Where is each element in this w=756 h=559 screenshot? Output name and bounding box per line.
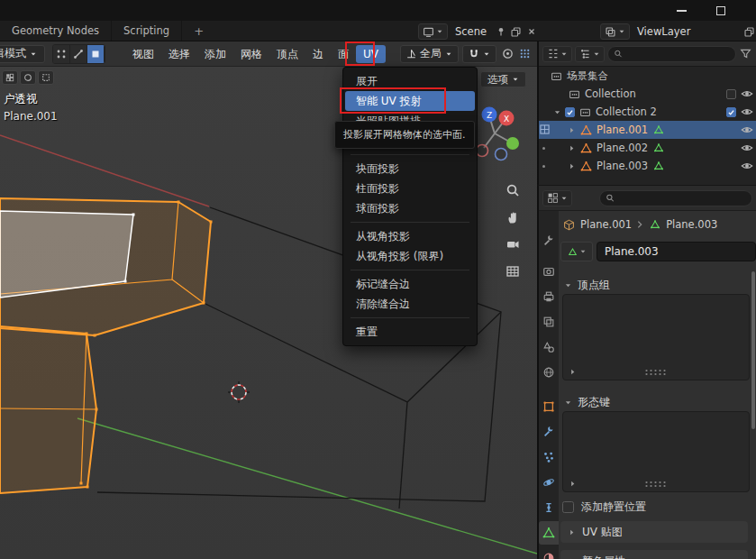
- outliner-display-mode-dropdown[interactable]: [575, 46, 605, 62]
- breadcrumb-object[interactable]: Plane.001: [580, 218, 632, 231]
- tab-render[interactable]: [539, 260, 559, 283]
- tab-particles[interactable]: [539, 445, 559, 469]
- add-workspace-button[interactable]: +: [182, 21, 215, 41]
- proportional-editing-button[interactable]: [502, 48, 514, 60]
- workspace-tab-geometry-nodes[interactable]: Geometry Nodes: [0, 21, 112, 41]
- menu-add[interactable]: 添加: [197, 45, 233, 63]
- resize-grip[interactable]: [644, 481, 668, 487]
- outliner-row-scene-collection[interactable]: 场景集合: [539, 67, 756, 85]
- vertex-select-mode-button[interactable]: [53, 45, 70, 63]
- transform-orientation-dropdown[interactable]: 全局: [400, 45, 459, 63]
- tab-object-data[interactable]: [539, 521, 559, 545]
- tab-modifiers[interactable]: [539, 420, 559, 444]
- filter-expand-icon[interactable]: [569, 480, 577, 488]
- window-minimize-button[interactable]: [664, 0, 698, 21]
- scrollbar[interactable]: [751, 271, 755, 429]
- properties-search-input[interactable]: [618, 192, 746, 204]
- tab-tool[interactable]: [539, 229, 559, 252]
- outliner-search[interactable]: [607, 46, 736, 62]
- navigation-gizmo[interactable]: Z X: [477, 107, 520, 160]
- menu-edge[interactable]: 边: [305, 45, 331, 63]
- tab-scene[interactable]: [539, 335, 559, 359]
- pan-hand-button[interactable]: [503, 207, 523, 227]
- datablock-name-input[interactable]: [597, 242, 756, 261]
- browse-viewlayer-button[interactable]: [600, 23, 630, 40]
- eye-icon[interactable]: [741, 160, 753, 172]
- new-viewlayer-button[interactable]: [742, 26, 756, 38]
- unlink-scene-button[interactable]: [524, 27, 538, 36]
- collection-exclude-checkbox[interactable]: [726, 107, 736, 117]
- menu-item-cube-projection[interactable]: 块面投影: [343, 159, 477, 179]
- menu-item-clear-seam[interactable]: 清除缝合边: [343, 294, 477, 314]
- editor-mode-dropdown[interactable]: 辑模式: [0, 45, 45, 63]
- viewlayer-name[interactable]: ViewLayer: [632, 25, 696, 38]
- outliner-row-plane-002[interactable]: Plane.002: [539, 139, 756, 157]
- tab-output[interactable]: [539, 285, 559, 308]
- tab-material[interactable]: [539, 546, 559, 559]
- pin-scene-button[interactable]: [494, 26, 507, 37]
- window-maximize-button[interactable]: [704, 0, 738, 21]
- menu-item-smart-uv-project[interactable]: 智能 UV 投射: [345, 91, 475, 111]
- shape-keys-section-header[interactable]: 形态键: [564, 395, 610, 410]
- menu-select[interactable]: 选择: [161, 45, 197, 63]
- menu-item-mark-seam[interactable]: 标记缝合边: [343, 274, 477, 294]
- grid-view-button[interactable]: [503, 261, 523, 281]
- expand-arrow-down-icon[interactable]: [553, 108, 561, 116]
- menu-vertex[interactable]: 顶点: [269, 45, 305, 63]
- outliner-row-collection-2[interactable]: Collection 2: [539, 103, 756, 121]
- eye-icon[interactable]: [741, 124, 753, 136]
- breadcrumb-data[interactable]: Plane.003: [666, 218, 717, 231]
- browse-scene-button[interactable]: [418, 23, 448, 40]
- expand-arrow-right-icon[interactable]: [568, 126, 576, 134]
- outliner-row-plane-003[interactable]: Plane.003: [539, 157, 756, 175]
- zoom-tool-button[interactable]: [503, 180, 523, 200]
- workspace-tab-scripting[interactable]: Scripting: [112, 21, 182, 41]
- selected-mesh-upper[interactable]: [0, 198, 211, 335]
- expand-arrow-right-icon[interactable]: [568, 144, 576, 152]
- filter-expand-icon[interactable]: [569, 368, 577, 376]
- selected-mesh-lower[interactable]: [0, 326, 96, 493]
- camera-view-button[interactable]: [503, 234, 523, 254]
- outliner-row-collection[interactable]: Collection: [539, 85, 756, 103]
- new-scene-button[interactable]: [509, 26, 523, 38]
- menu-view[interactable]: 视图: [125, 45, 161, 63]
- tab-view-layer[interactable]: [539, 310, 559, 334]
- menu-item-project-from-view-bounds[interactable]: 从视角投影 (限界): [343, 246, 477, 266]
- shape-keys-list[interactable]: [562, 411, 750, 492]
- menu-item-project-from-view[interactable]: 从视角投影: [343, 226, 477, 246]
- outliner-row-plane-001[interactable]: Plane.001: [539, 121, 756, 139]
- viewport-widget-button-1[interactable]: [2, 70, 18, 85]
- options-dropdown[interactable]: 选项: [480, 71, 526, 87]
- tab-physics[interactable]: [539, 471, 559, 494]
- outliner-search-input[interactable]: [626, 48, 730, 60]
- add-rest-position-checkbox[interactable]: [562, 501, 574, 513]
- expand-arrow-right-icon[interactable]: [568, 162, 576, 170]
- overlays-toggle-button[interactable]: [519, 48, 531, 60]
- menu-face[interactable]: 面: [331, 45, 356, 63]
- eye-icon[interactable]: [741, 142, 753, 154]
- resize-grip[interactable]: [644, 369, 668, 375]
- menu-item-sphere-projection[interactable]: 球面投影: [343, 198, 477, 218]
- vertex-groups-list[interactable]: [562, 294, 750, 380]
- filter-funnel-button[interactable]: [739, 48, 752, 60]
- datablock-browse-button[interactable]: [560, 242, 593, 261]
- eye-icon[interactable]: [741, 87, 753, 100]
- eye-icon[interactable]: [741, 105, 753, 118]
- gizmo-y-axis[interactable]: [506, 137, 519, 150]
- color-attributes-panel-header[interactable]: 颜色属性: [560, 550, 748, 559]
- viewport-widget-button-2[interactable]: [20, 70, 36, 85]
- vertex-groups-section-header[interactable]: 顶点组: [564, 278, 610, 293]
- face-select-mode-button[interactable]: [87, 45, 105, 63]
- menu-item-unwrap[interactable]: 展开: [343, 71, 477, 91]
- editor-type-dropdown[interactable]: [542, 46, 572, 62]
- snap-dropdown[interactable]: [462, 45, 496, 63]
- gizmo-neg-z-axis[interactable]: [496, 149, 507, 160]
- scene-name[interactable]: Scene: [450, 25, 492, 38]
- tab-constraints[interactable]: [539, 496, 559, 519]
- menu-uv[interactable]: UV: [356, 45, 386, 63]
- tab-world[interactable]: [539, 361, 559, 384]
- uv-maps-panel-header[interactable]: UV 贴图: [560, 521, 748, 543]
- properties-search[interactable]: [599, 190, 752, 206]
- edge-select-mode-button[interactable]: [70, 45, 87, 63]
- menu-item-reset[interactable]: 重置: [343, 322, 477, 342]
